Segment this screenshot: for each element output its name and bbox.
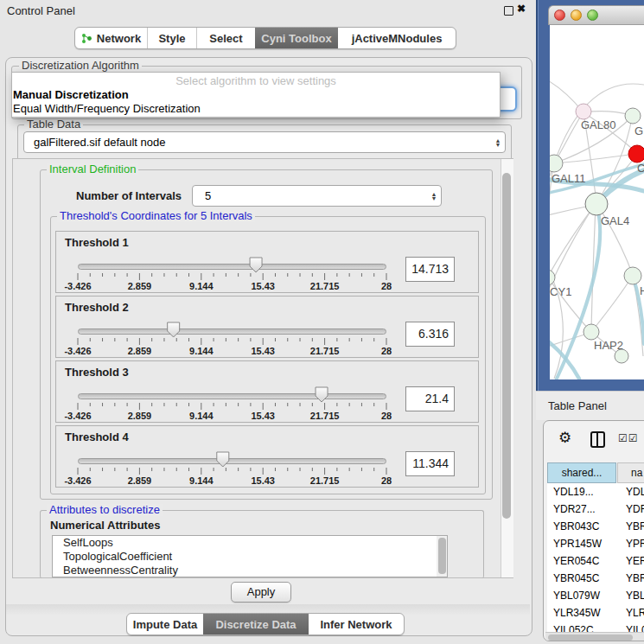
table-row[interactable]: YDL19...YDL1: [547, 483, 644, 501]
tick-label: 28: [381, 281, 392, 291]
tab-network[interactable]: Network: [75, 28, 148, 48]
attribute-list-item[interactable]: SelfLoops: [53, 536, 447, 550]
threshold-3-slider-thumb[interactable]: [316, 387, 328, 402]
table-data-selected-value: galFiltered.sif default node: [24, 136, 491, 149]
threshold-4-slider-thumb[interactable]: [217, 452, 229, 467]
cell-name[interactable]: YPR1: [619, 535, 644, 552]
checkbox-icons[interactable]: ☑☑: [618, 432, 639, 444]
threshold-1-value-input[interactable]: 14.713: [405, 257, 455, 282]
tab-label: Style: [158, 32, 185, 45]
cell-name[interactable]: YBR0: [619, 518, 644, 535]
cell-shared-name[interactable]: YPR145W: [547, 535, 619, 552]
cell-shared-name[interactable]: YDL19...: [547, 483, 619, 501]
number-of-intervals-select[interactable]: 5 ▲▼: [192, 185, 442, 207]
tab-cyni-toolbox[interactable]: Cyni Toolbox: [255, 28, 338, 48]
threshold-4-row: Threshold 4-3.4262.8599.14415.4321.71528…: [55, 425, 479, 488]
threshold-2-row: Threshold 2-3.4262.8599.14415.4321.71528…: [55, 296, 479, 358]
cell-name[interactable]: YDR2: [619, 501, 644, 518]
cell-shared-name[interactable]: YBR043C: [547, 518, 619, 535]
menu-item-manual-discretization[interactable]: Manual Discretization: [13, 88, 129, 101]
threshold-3-value-input[interactable]: 21.4: [405, 386, 455, 411]
tick-label: 15.43: [251, 411, 275, 421]
tick-label: 9.144: [189, 281, 214, 291]
cell-name[interactable]: YLR3: [619, 604, 644, 622]
network-node-label: HAP2: [594, 339, 623, 352]
table-row[interactable]: YLR345WYLR3: [547, 604, 644, 622]
settings-scrollbar-thumb[interactable]: [502, 173, 511, 519]
tick-label: -3.426: [64, 281, 91, 291]
network-node-HAP2[interactable]: [583, 324, 599, 340]
cell-name[interactable]: YER0: [619, 552, 644, 570]
network-node-node-red[interactable]: [628, 145, 644, 163]
cell-shared-name[interactable]: YLR345W: [547, 604, 619, 622]
column-header-shared[interactable]: shared...: [547, 462, 616, 483]
close-traffic-light-icon[interactable]: [554, 10, 565, 21]
network-icon: [81, 33, 92, 44]
threshold-1-slider-thumb[interactable]: [250, 258, 262, 272]
float-window-icon[interactable]: [504, 6, 513, 16]
table-hscrollbar-track[interactable]: [545, 632, 644, 641]
table-row[interactable]: YER054CYER0: [547, 552, 644, 570]
cell-shared-name[interactable]: YDR27...: [547, 501, 619, 518]
network-node-node-h[interactable]: [624, 267, 641, 284]
tick-label: -3.426: [64, 411, 91, 421]
network-node-node-pink[interactable]: [576, 104, 591, 119]
table-data-select[interactable]: galFiltered.sif default node ▲▼: [23, 131, 506, 153]
table-row[interactable]: YDR27...YDR2: [547, 501, 644, 518]
cell-shared-name[interactable]: YBL079W: [547, 587, 619, 604]
table-row[interactable]: YBL079WYBL0: [547, 587, 644, 604]
network-node-label: GAL11: [552, 172, 586, 185]
apply-button[interactable]: Apply: [231, 582, 291, 603]
tab-label: Network: [97, 32, 141, 45]
table-panel-title: Table Panel: [548, 399, 607, 412]
interval-definition-title: Interval Definition: [47, 163, 138, 175]
table-row[interactable]: YBR045CYBR0: [547, 570, 644, 587]
network-window-titlebar[interactable]: [548, 5, 644, 25]
settings-gear-icon[interactable]: ⚙: [558, 430, 571, 447]
network-node-GAL11[interactable]: [550, 155, 563, 172]
tick-label: 15.43: [251, 281, 275, 291]
network-edge: [591, 277, 632, 332]
panel-title: Control Panel: [7, 3, 75, 19]
menu-item-equal-width-discretization[interactable]: Equal Width/Frequency Discretization: [13, 102, 201, 115]
cell-name[interactable]: YDL1: [619, 483, 644, 501]
threshold-2-slider-thumb[interactable]: [168, 322, 180, 337]
cell-shared-name[interactable]: YER054C: [547, 552, 619, 570]
tick-label: 9.144: [189, 475, 214, 486]
minimize-traffic-light-icon[interactable]: [571, 10, 582, 21]
cell-name[interactable]: YBL0: [619, 587, 644, 604]
threshold-2-value-input[interactable]: 6.316: [405, 322, 455, 347]
cell-name[interactable]: YBR0: [619, 570, 644, 587]
tick-label: 21.715: [310, 475, 340, 486]
table-row[interactable]: YPR145WYPR1: [547, 535, 644, 552]
attributes-scrollbar-thumb[interactable]: [438, 538, 446, 574]
tab-impute-data[interactable]: Impute Data: [127, 614, 203, 634]
zoom-traffic-light-icon[interactable]: [587, 10, 598, 21]
tab-infer-network[interactable]: Infer Network: [309, 614, 404, 634]
app-window: Control Panel ✖ NetworkStyleSelectCyni T…: [0, 0, 644, 644]
column-header-name[interactable]: na: [617, 462, 644, 483]
cell-shared-name[interactable]: YBR045C: [547, 570, 619, 587]
tab-discretize-data[interactable]: Discretize Data: [203, 614, 309, 634]
tick-label: 21.715: [310, 281, 340, 291]
network-node-label: GCY1: [550, 285, 571, 298]
attribute-list-item[interactable]: BetweennessCentrality: [53, 564, 447, 577]
tab-select[interactable]: Select: [197, 28, 255, 48]
column-split-icon[interactable]: [590, 431, 605, 448]
table-hscrollbar-thumb[interactable]: [548, 634, 633, 641]
network-node-label: G: [634, 124, 643, 137]
close-icon[interactable]: ✖: [517, 3, 526, 15]
table-row[interactable]: YBR043CYBR0: [547, 518, 644, 535]
thresholds-group-title: Threshold's Coordinates for 5 Intervals: [57, 210, 255, 222]
network-node-node-green-top[interactable]: [625, 108, 641, 124]
threshold-4-value-input[interactable]: 11.344: [405, 451, 455, 476]
network-node-GAL4[interactable]: [585, 193, 608, 215]
algorithm-hint: Select algorithm to view settings: [12, 74, 500, 87]
attribute-list-item[interactable]: TopologicalCoefficient: [53, 550, 447, 564]
top-tab-bar: NetworkStyleSelectCyni ToolboxjActiveMNo…: [74, 27, 456, 49]
tab-jactivemnodules[interactable]: jActiveMNodules: [338, 28, 456, 48]
stepper-arrows-icon: ▲▼: [491, 138, 505, 147]
network-node-label: C: [637, 162, 644, 175]
network-canvas[interactable]: GAL80GCGAL11GAL4GCY1HHAP2: [550, 25, 644, 379]
tab-style[interactable]: Style: [148, 28, 197, 48]
